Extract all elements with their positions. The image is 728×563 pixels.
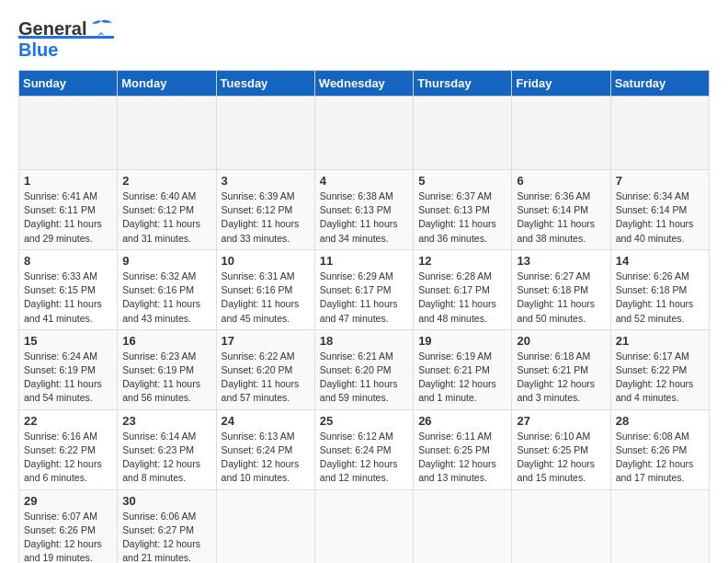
calendar-day-cell bbox=[216, 97, 314, 170]
calendar-day-cell: 21Sunrise: 6:17 AM Sunset: 6:22 PM Dayli… bbox=[610, 329, 709, 409]
calendar-day-cell: 25Sunrise: 6:12 AM Sunset: 6:24 PM Dayli… bbox=[314, 409, 413, 489]
day-info: Sunrise: 6:08 AM Sunset: 6:26 PM Dayligh… bbox=[616, 430, 704, 486]
calendar-day-cell bbox=[512, 97, 610, 170]
calendar-table: SundayMondayTuesdayWednesdayThursdayFrid… bbox=[18, 70, 710, 563]
calendar-day-cell: 15Sunrise: 6:24 AM Sunset: 6:19 PM Dayli… bbox=[19, 329, 118, 409]
day-info: Sunrise: 6:12 AM Sunset: 6:24 PM Dayligh… bbox=[320, 430, 408, 486]
calendar-day-cell: 13Sunrise: 6:27 AM Sunset: 6:18 PM Dayli… bbox=[512, 249, 610, 329]
day-info: Sunrise: 6:36 AM Sunset: 6:14 PM Dayligh… bbox=[517, 190, 605, 246]
calendar-day-cell: 30Sunrise: 6:06 AM Sunset: 6:27 PM Dayli… bbox=[118, 489, 216, 563]
calendar-day-cell: 11Sunrise: 6:29 AM Sunset: 6:17 PM Dayli… bbox=[314, 249, 413, 329]
day-number: 30 bbox=[122, 494, 210, 508]
day-number: 5 bbox=[418, 174, 506, 188]
calendar-day-cell: 10Sunrise: 6:31 AM Sunset: 6:16 PM Dayli… bbox=[216, 249, 314, 329]
day-info: Sunrise: 6:16 AM Sunset: 6:22 PM Dayligh… bbox=[24, 430, 112, 486]
day-number: 8 bbox=[24, 254, 112, 268]
day-number: 14 bbox=[616, 254, 704, 268]
calendar-day-cell bbox=[118, 97, 216, 170]
day-number: 1 bbox=[24, 174, 112, 188]
calendar-day-cell bbox=[414, 97, 512, 170]
day-number: 22 bbox=[24, 414, 112, 428]
calendar-day-cell bbox=[610, 97, 709, 170]
day-number: 13 bbox=[517, 254, 605, 268]
day-number: 24 bbox=[222, 414, 310, 428]
calendar-day-cell bbox=[512, 489, 610, 563]
calendar-day-cell: 12Sunrise: 6:28 AM Sunset: 6:17 PM Dayli… bbox=[414, 249, 512, 329]
calendar-week-row: 8Sunrise: 6:33 AM Sunset: 6:15 PM Daylig… bbox=[19, 249, 710, 329]
calendar-day-cell: 16Sunrise: 6:23 AM Sunset: 6:19 PM Dayli… bbox=[118, 329, 216, 409]
day-header-friday: Friday bbox=[512, 71, 610, 97]
calendar-day-cell: 19Sunrise: 6:19 AM Sunset: 6:21 PM Dayli… bbox=[414, 329, 512, 409]
calendar-week-row: 15Sunrise: 6:24 AM Sunset: 6:19 PM Dayli… bbox=[19, 329, 710, 409]
calendar-week-row bbox=[19, 97, 710, 170]
calendar-day-cell: 3Sunrise: 6:39 AM Sunset: 6:12 PM Daylig… bbox=[216, 170, 314, 250]
day-number: 21 bbox=[616, 334, 704, 348]
day-number: 6 bbox=[517, 174, 605, 188]
day-info: Sunrise: 6:17 AM Sunset: 6:22 PM Dayligh… bbox=[616, 350, 704, 406]
day-number: 29 bbox=[24, 494, 112, 508]
day-info: Sunrise: 6:19 AM Sunset: 6:21 PM Dayligh… bbox=[418, 350, 506, 406]
calendar-week-row: 29Sunrise: 6:07 AM Sunset: 6:26 PM Dayli… bbox=[19, 489, 710, 563]
day-number: 15 bbox=[24, 334, 112, 348]
day-number: 17 bbox=[222, 334, 310, 348]
day-number: 25 bbox=[320, 414, 408, 428]
day-info: Sunrise: 6:11 AM Sunset: 6:25 PM Dayligh… bbox=[418, 430, 506, 486]
calendar-week-row: 22Sunrise: 6:16 AM Sunset: 6:22 PM Dayli… bbox=[19, 409, 710, 489]
calendar-day-cell: 7Sunrise: 6:34 AM Sunset: 6:14 PM Daylig… bbox=[610, 170, 709, 250]
calendar-day-cell: 5Sunrise: 6:37 AM Sunset: 6:13 PM Daylig… bbox=[414, 170, 512, 250]
day-info: Sunrise: 6:29 AM Sunset: 6:17 PM Dayligh… bbox=[320, 270, 408, 326]
logo: General Blue bbox=[18, 18, 114, 61]
calendar-day-cell: 24Sunrise: 6:13 AM Sunset: 6:24 PM Dayli… bbox=[216, 409, 314, 489]
day-number: 3 bbox=[222, 174, 310, 188]
day-info: Sunrise: 6:28 AM Sunset: 6:17 PM Dayligh… bbox=[418, 270, 506, 326]
logo-bird-icon bbox=[88, 19, 114, 40]
day-info: Sunrise: 6:18 AM Sunset: 6:21 PM Dayligh… bbox=[517, 350, 605, 406]
calendar-day-cell: 8Sunrise: 6:33 AM Sunset: 6:15 PM Daylig… bbox=[19, 249, 118, 329]
day-info: Sunrise: 6:40 AM Sunset: 6:12 PM Dayligh… bbox=[122, 190, 210, 246]
calendar-day-cell: 27Sunrise: 6:10 AM Sunset: 6:25 PM Dayli… bbox=[512, 409, 610, 489]
calendar-day-cell: 17Sunrise: 6:22 AM Sunset: 6:20 PM Dayli… bbox=[216, 329, 314, 409]
day-info: Sunrise: 6:33 AM Sunset: 6:15 PM Dayligh… bbox=[24, 270, 112, 326]
calendar-day-cell bbox=[314, 489, 413, 563]
day-header-thursday: Thursday bbox=[414, 71, 512, 97]
day-info: Sunrise: 6:39 AM Sunset: 6:12 PM Dayligh… bbox=[222, 190, 310, 246]
logo-blue: Blue bbox=[18, 36, 114, 61]
day-number: 18 bbox=[320, 334, 408, 348]
calendar-day-cell: 29Sunrise: 6:07 AM Sunset: 6:26 PM Dayli… bbox=[19, 489, 118, 563]
day-info: Sunrise: 6:24 AM Sunset: 6:19 PM Dayligh… bbox=[24, 350, 112, 406]
day-number: 12 bbox=[418, 254, 506, 268]
calendar-day-cell bbox=[216, 489, 314, 563]
day-number: 23 bbox=[122, 414, 210, 428]
day-info: Sunrise: 6:27 AM Sunset: 6:18 PM Dayligh… bbox=[517, 270, 605, 326]
day-info: Sunrise: 6:37 AM Sunset: 6:13 PM Dayligh… bbox=[418, 190, 506, 246]
day-info: Sunrise: 6:31 AM Sunset: 6:16 PM Dayligh… bbox=[222, 270, 310, 326]
day-number: 4 bbox=[320, 174, 408, 188]
day-info: Sunrise: 6:13 AM Sunset: 6:24 PM Dayligh… bbox=[222, 430, 310, 486]
calendar-day-cell: 18Sunrise: 6:21 AM Sunset: 6:20 PM Dayli… bbox=[314, 329, 413, 409]
day-info: Sunrise: 6:32 AM Sunset: 6:16 PM Dayligh… bbox=[122, 270, 210, 326]
calendar-day-cell: 14Sunrise: 6:26 AM Sunset: 6:18 PM Dayli… bbox=[610, 249, 709, 329]
logo-general: General bbox=[18, 18, 86, 40]
day-header-saturday: Saturday bbox=[610, 71, 709, 97]
calendar-day-cell: 2Sunrise: 6:40 AM Sunset: 6:12 PM Daylig… bbox=[118, 170, 216, 250]
day-number: 27 bbox=[517, 414, 605, 428]
day-header-wednesday: Wednesday bbox=[314, 71, 413, 97]
day-info: Sunrise: 6:26 AM Sunset: 6:18 PM Dayligh… bbox=[616, 270, 704, 326]
calendar-day-cell bbox=[414, 489, 512, 563]
day-number: 9 bbox=[122, 254, 210, 268]
day-number: 11 bbox=[320, 254, 408, 268]
day-info: Sunrise: 6:23 AM Sunset: 6:19 PM Dayligh… bbox=[122, 350, 210, 406]
day-number: 19 bbox=[418, 334, 506, 348]
day-number: 20 bbox=[517, 334, 605, 348]
calendar-header-row: SundayMondayTuesdayWednesdayThursdayFrid… bbox=[19, 71, 710, 97]
day-header-sunday: Sunday bbox=[19, 71, 118, 97]
calendar-day-cell: 22Sunrise: 6:16 AM Sunset: 6:22 PM Dayli… bbox=[19, 409, 118, 489]
day-info: Sunrise: 6:21 AM Sunset: 6:20 PM Dayligh… bbox=[320, 350, 408, 406]
calendar-day-cell: 23Sunrise: 6:14 AM Sunset: 6:23 PM Dayli… bbox=[118, 409, 216, 489]
calendar-day-cell: 4Sunrise: 6:38 AM Sunset: 6:13 PM Daylig… bbox=[314, 170, 413, 250]
day-info: Sunrise: 6:10 AM Sunset: 6:25 PM Dayligh… bbox=[517, 430, 605, 486]
calendar-day-cell bbox=[610, 489, 709, 563]
calendar-day-cell: 1Sunrise: 6:41 AM Sunset: 6:11 PM Daylig… bbox=[19, 170, 118, 250]
day-info: Sunrise: 6:38 AM Sunset: 6:13 PM Dayligh… bbox=[320, 190, 408, 246]
day-number: 26 bbox=[418, 414, 506, 428]
